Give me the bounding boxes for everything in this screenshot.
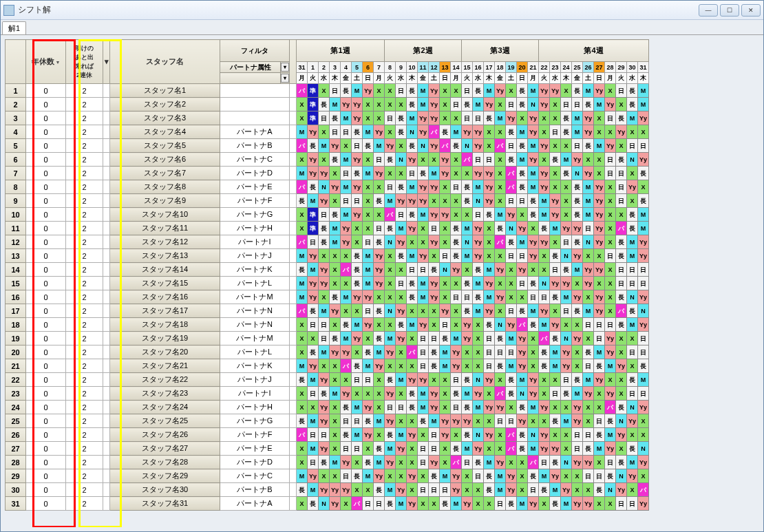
table-row[interactable]: 1002スタッフ名10パートナGX準日長MYyXXパ日長MYyYyXX日長MYy… [6,208,649,222]
table-row[interactable]: 1702スタッフ名17パートナNパ長MYyXX日長NYyXXXYyX長MYyX日… [6,304,649,318]
table-row[interactable]: 3002スタッフ名30パートナB長MYyYyYyXX長MYyX日日日YyXX長M… [6,483,649,497]
table-row[interactable]: 2602スタッフ名26パートナFパ日日X長MYyX長MYyX日YyX長NYyXパ… [6,428,649,442]
table-row[interactable]: 2902スタッフ名29パートナCMYyXX日長MYyXXYyX長MYyX日長MY… [6,469,649,483]
table-row[interactable]: 1302スタッフ名13パートナJMYyXXX長MYyX長MYyX日長MYyXX日… [6,249,649,263]
table-row[interactable]: 2302スタッフ名23パートナIX日長MYyXXXYyX長MYyX長MYyXパ長… [6,387,649,401]
table-row[interactable]: 602スタッフ名6パートナCXYyX長MYyX日長NYyXXYyXパ日日X長MY… [6,153,649,167]
table-row[interactable]: 2802スタッフ名28パートナDX日長MYyX長MYyXX日YyXパ日長MYyX… [6,456,649,469]
table-row[interactable]: 2202スタッフ名22パートナJ長MYyXX日日X長MYyYyXX日長NYyX長… [6,373,649,387]
grid-area[interactable]: 年休数▼明けの あと出 来れば 2連休▾スタッフ名フィルタ第1週第2週第3週第4… [5,39,759,527]
app-window: シフト解 — ☐ ✕ 解1 年休数▼明けの あと出 来れば 2連休▾スタッフ名フ… [0,0,764,532]
table-row[interactable]: 1402スタッフ名14パートナK長MYyXパ長MYyXX日日長NYyX長MYyX… [6,263,649,277]
table-row[interactable]: 1802スタッフ名18パートナNX日日X長MYyXX長MYyX日XYyX長NYy… [6,318,649,332]
table-row[interactable]: 802スタッフ名8パートナEパ長NYyMYyXX日長MYyYyX日長MYyXパ長… [6,180,649,194]
table-row[interactable]: 1902スタッフ名19パートナMXX日長MYyX長MYyX日日長MYyX日長MY… [6,332,649,345]
app-icon [3,5,14,16]
table-row[interactable]: 902スタッフ名9パートナF長MYyX日日X長MYyYyYyXXX長NYyX日日… [6,194,649,208]
table-row[interactable]: 2402スタッフ名24パートナHXXYyX長MYyX日日長MYyX日長MYyYy… [6,401,649,414]
window-title: シフト解 [18,4,51,16]
tab-bar: 解1 [1,20,763,35]
tab-solution1[interactable]: 解1 [2,21,26,34]
table-row[interactable]: 502スタッフ名5パートナBパ長MYyX日長MYyX長NYyパ長NYyXパ日長M… [6,139,649,153]
maximize-button[interactable]: ☐ [720,4,739,17]
table-row[interactable]: 3102スタッフ名31パートナAX長NYyXパ日日長MYyXX長MYyXX日長M… [6,497,649,511]
minimize-button[interactable]: — [699,4,718,17]
table-row[interactable]: 102スタッフ名1パ準X日長MYyXX日長MYyXX日長MYyX長MYyYyX長… [6,84,649,98]
table-row[interactable]: 1202スタッフ名12パートナIパ日長MYyX日長NYyXXYyX長NYyXパ長… [6,235,649,249]
shift-grid: 年休数▼明けの あと出 来れば 2連休▾スタッフ名フィルタ第1週第2週第3週第4… [5,39,649,511]
table-row[interactable]: 1502スタッフ名15パートナLMYyYyXX長MYyX日長MYyXX長MYyX… [6,277,649,290]
table-row[interactable]: 1102スタッフ名11パートナHX準長MYyXX日長MYyX日X長MYyX長NY… [6,222,649,235]
table-row[interactable]: 402スタッフ名4パートナAMYyX日日長MYyX長NYyパ長MYyYyXX長M… [6,125,649,139]
close-button[interactable]: ✕ [741,4,761,17]
titlebar: シフト解 — ☐ ✕ [1,1,763,20]
table-row[interactable]: 702スタッフ名7パートナDMYyYyX日長MYyXX日長MYyXXYyYyXパ… [6,167,649,180]
table-row[interactable]: 2102スタッフ名21パートナKMYyXXパ長MYyXXX日長MYyXX日長MY… [6,359,649,373]
table-row[interactable]: 1602スタッフ名16パートナMMYyX長MYyYyXXX長MYyX日日長MYy… [6,290,649,304]
table-row[interactable]: 302スタッフ名3X準日長MYyXX日長MYyYyXX日日長MYyXYyXX長M… [6,111,649,125]
table-row[interactable]: 2502スタッフ名25パートナG長MYyX日日長MYyXX長MYyYyYyXX日… [6,414,649,428]
table-row[interactable]: 202スタッフ名2X準長MYyYyXXXX長MYyX日長MYyX日長NYyX日日… [6,98,649,111]
table-row[interactable]: 2702スタッフ名27パートナEXMYyX日日X長MYyX日日X長MYyXXパ長… [6,442,649,456]
table-row[interactable]: 2002スタッフ名20パートナLX長MYyYyX長MYyXパ日長MYyXX日日日… [6,345,649,359]
